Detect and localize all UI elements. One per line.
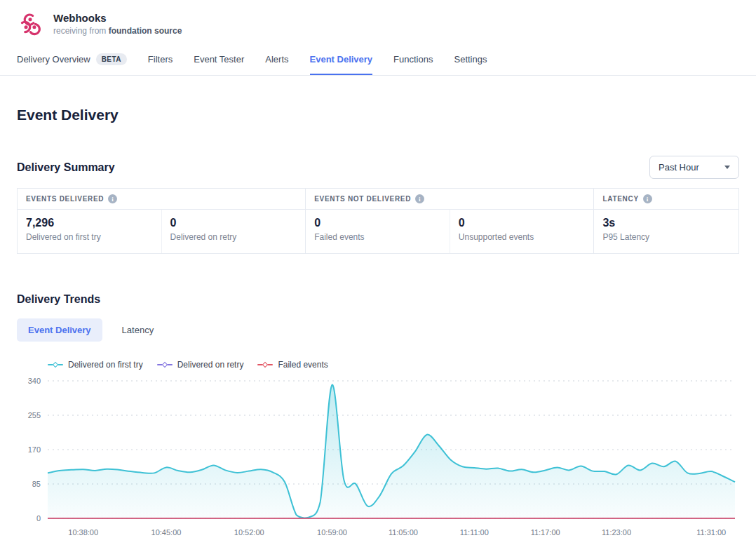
metric-label: Failed events [314, 232, 441, 242]
chart-legend: Delivered on first try Delivered on retr… [48, 360, 739, 370]
metric-unsupported-events: 0 Unsupported events [450, 210, 595, 253]
svg-text:10:52:00: 10:52:00 [234, 528, 264, 537]
metric-failed-events: 0 Failed events [306, 210, 450, 253]
webhook-logo-icon[interactable] [17, 11, 43, 37]
line-diamond-marker-icon [48, 364, 63, 365]
metric-value: 3s [602, 217, 730, 229]
tab-event-delivery[interactable]: Event Delivery [310, 46, 373, 75]
svg-text:340: 340 [28, 377, 41, 385]
delivery-summary-heading: Delivery Summary [17, 161, 115, 174]
time-range-dropdown[interactable]: Past Hour [649, 156, 739, 179]
col-header-latency: LATENCY [594, 189, 738, 210]
top-nav: Delivery Overview BETA Filters Event Tes… [0, 45, 756, 76]
metric-value: 0 [459, 217, 586, 229]
delivery-summary-table: EVENTS DELIVERED EVENTS NOT DELIVERED LA… [17, 188, 739, 254]
svg-text:11:17:00: 11:17:00 [531, 528, 560, 537]
tab-delivery-overview[interactable]: Delivery Overview BETA [17, 45, 127, 76]
legend-label: Delivered on retry [177, 360, 244, 370]
page-title: Event Delivery [17, 107, 739, 123]
app-title-block: Webhooks receiving from foundation sourc… [53, 12, 182, 36]
main-content: Event Delivery Delivery Summary Past Hou… [0, 107, 756, 548]
col-header-label: EVENTS DELIVERED [26, 195, 104, 203]
metric-delivered-first-try: 7,296 Delivered on first try [18, 210, 162, 253]
trend-tabs: Event Delivery Latency [17, 318, 739, 342]
tab-alerts[interactable]: Alerts [265, 46, 288, 75]
legend-item-delivered-first-try[interactable]: Delivered on first try [48, 360, 143, 370]
svg-text:170: 170 [28, 445, 41, 454]
chevron-down-icon [724, 166, 730, 169]
legend-label: Failed events [278, 360, 328, 370]
legend-label: Delivered on first try [68, 360, 143, 370]
svg-text:11:23:00: 11:23:00 [602, 528, 631, 537]
metric-label: P95 Latency [602, 232, 730, 242]
col-header-label: EVENTS NOT DELIVERED [314, 195, 411, 203]
tab-label: Delivery Overview [17, 54, 90, 65]
tab-event-tester[interactable]: Event Tester [194, 46, 244, 75]
app-title: Webhooks [53, 12, 182, 24]
app-subtitle: receiving from foundation source [53, 26, 182, 36]
metric-value: 0 [170, 217, 297, 229]
metric-label: Delivered on retry [170, 232, 297, 242]
svg-text:10:38:00: 10:38:00 [68, 528, 98, 537]
svg-text:11:05:00: 11:05:00 [389, 528, 418, 537]
line-diamond-marker-icon [257, 364, 273, 365]
col-header-events-not-delivered: EVENTS NOT DELIVERED [306, 189, 594, 210]
svg-text:10:45:00: 10:45:00 [151, 528, 182, 537]
app-subtitle-prefix: receiving from [53, 26, 106, 36]
info-icon[interactable] [108, 194, 117, 203]
metric-label: Unsupported events [459, 232, 586, 242]
app-header: Webhooks receiving from foundation sourc… [0, 0, 756, 45]
svg-text:10:59:00: 10:59:00 [317, 528, 347, 537]
metric-p95-latency: 3s P95 Latency [594, 210, 738, 253]
time-range-value: Past Hour [659, 162, 699, 173]
metric-delivered-retry: 0 Delivered on retry [162, 210, 306, 253]
tab-filters[interactable]: Filters [148, 46, 173, 75]
metric-value: 7,296 [26, 217, 153, 229]
delivery-summary-header: Delivery Summary Past Hour [17, 156, 739, 179]
beta-badge: BETA [96, 53, 127, 65]
trend-tab-latency[interactable]: Latency [111, 318, 166, 342]
info-icon[interactable] [415, 194, 424, 203]
metric-value: 0 [314, 217, 441, 229]
trend-tab-event-delivery[interactable]: Event Delivery [17, 318, 102, 342]
col-header-events-delivered: EVENTS DELIVERED [18, 189, 306, 210]
metric-label: Delivered on first try [26, 232, 153, 242]
svg-text:255: 255 [28, 411, 41, 419]
tab-functions[interactable]: Functions [393, 46, 433, 75]
svg-text:11:11:00: 11:11:00 [460, 528, 489, 537]
svg-text:0: 0 [36, 514, 41, 523]
legend-item-delivered-retry[interactable]: Delivered on retry [157, 360, 244, 370]
svg-text:85: 85 [32, 480, 41, 488]
app-subtitle-source: foundation source [109, 26, 182, 36]
info-icon[interactable] [643, 194, 652, 203]
delivery-trends-chart: 08517025534010:38:0010:45:0010:52:0010:5… [17, 371, 739, 545]
chart-container: 08517025534010:38:0010:45:0010:52:0010:5… [17, 371, 739, 548]
svg-text:11:31:00: 11:31:00 [696, 528, 726, 537]
tab-settings[interactable]: Settings [454, 46, 487, 75]
legend-item-failed-events[interactable]: Failed events [257, 360, 328, 370]
line-diamond-marker-icon [157, 364, 173, 365]
delivery-trends-heading: Delivery Trends [17, 293, 739, 306]
col-header-label: LATENCY [602, 195, 638, 203]
